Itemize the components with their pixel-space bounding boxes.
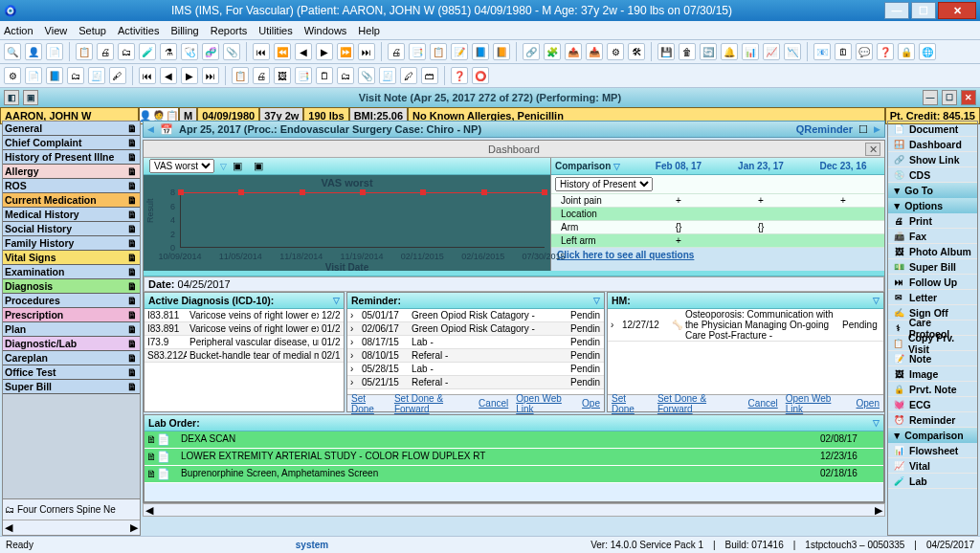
tb1-btn-37[interactable]: 🔔 xyxy=(721,43,738,60)
window-title: IMS (IMS, For Vascular) (Patient: AARON,… xyxy=(19,4,884,17)
tb1-btn-47[interactable]: 🌐 xyxy=(919,43,936,60)
tb2-btn-9[interactable]: ▶ xyxy=(181,67,198,84)
tb1-btn-7[interactable]: 🧪 xyxy=(139,43,156,60)
info-max[interactable]: ☐ xyxy=(942,90,957,105)
tb1-btn-35[interactable]: 🗑 xyxy=(679,43,696,60)
section-nav: General🗎Chief Complaint🗎History of Prese… xyxy=(2,121,141,124)
tb1-btn-39[interactable]: 📈 xyxy=(763,43,780,60)
visit-text: Apr 25, 2017 (Proc.: Endovascular Surger… xyxy=(179,123,481,124)
tb1-btn-0[interactable]: 🔍 xyxy=(4,43,21,60)
maximize-button[interactable]: ☐ xyxy=(911,2,936,19)
rnav-icon: 📄 xyxy=(892,122,905,125)
tb1-btn-8[interactable]: ⚗ xyxy=(160,43,177,60)
tb2-btn-12[interactable]: 📋 xyxy=(232,67,249,84)
menu-action[interactable]: Action xyxy=(4,25,33,36)
tb1-btn-34[interactable]: 💾 xyxy=(657,43,675,60)
rnav-document[interactable]: 📄Document xyxy=(888,122,977,124)
tb2-btn-23[interactable]: ❓ xyxy=(451,67,468,84)
tb1-btn-4[interactable]: 📋 xyxy=(76,43,93,60)
close-button[interactable]: ✕ xyxy=(938,2,976,19)
tb1-btn-22[interactable]: 📋 xyxy=(430,43,447,60)
tb1-btn-45[interactable]: ❓ xyxy=(877,43,894,60)
info-left-1[interactable]: ◧ xyxy=(4,90,19,105)
visit-checkbox[interactable]: ☐ xyxy=(858,123,868,125)
title-bar: 🧿 IMS (IMS, For Vascular) (Patient: AARO… xyxy=(0,0,980,21)
visit-info-text: Visit Note (Apr 25, 2017 272 of 272) (Pe… xyxy=(359,92,621,103)
tb2-btn-10[interactable]: ⏭ xyxy=(202,67,219,84)
menu-view[interactable]: View xyxy=(45,25,68,36)
tb1-btn-28[interactable]: 🧩 xyxy=(544,43,561,60)
tb1-btn-20[interactable]: 🖨 xyxy=(388,43,405,60)
tb1-btn-46[interactable]: 🔒 xyxy=(898,43,915,60)
tb1-btn-11[interactable]: 📎 xyxy=(223,43,240,60)
tb1-btn-6[interactable]: 🗂 xyxy=(118,43,135,60)
qreminder-link[interactable]: QReminder xyxy=(796,123,853,124)
tb2-btn-19[interactable]: 🧾 xyxy=(379,67,396,84)
tb2-btn-1[interactable]: 📄 xyxy=(25,67,42,84)
tb1-btn-25[interactable]: 📙 xyxy=(493,43,510,60)
tb1-btn-29[interactable]: 📤 xyxy=(565,43,582,60)
tb1-btn-31[interactable]: ⚙ xyxy=(607,43,624,60)
menu-help[interactable]: Help xyxy=(358,25,380,36)
tb2-btn-3[interactable]: 🗂 xyxy=(67,67,84,84)
tb2-btn-15[interactable]: 📑 xyxy=(295,67,312,84)
menu-bar: ActionViewSetupActivitiesBillingReportsU… xyxy=(0,21,980,40)
tb2-btn-13[interactable]: 🖨 xyxy=(253,67,270,84)
menu-windows[interactable]: Windows xyxy=(304,25,347,36)
tb1-btn-18[interactable]: ⏭ xyxy=(358,43,375,60)
tb2-btn-20[interactable]: 🖊 xyxy=(400,67,417,84)
menu-reports[interactable]: Reports xyxy=(211,25,248,36)
tb2-btn-4[interactable]: 🧾 xyxy=(88,67,105,84)
tb1-btn-16[interactable]: ▶ xyxy=(316,43,333,60)
tb1-btn-40[interactable]: 📉 xyxy=(784,43,801,60)
info-left-2[interactable]: ▣ xyxy=(23,90,38,105)
tb1-btn-2[interactable]: 📄 xyxy=(46,43,63,60)
visit-cal-icon[interactable]: 📅 xyxy=(160,123,173,125)
tb1-btn-42[interactable]: 📧 xyxy=(813,43,831,60)
tb1-btn-21[interactable]: 📑 xyxy=(409,43,426,60)
tb1-btn-9[interactable]: 🩺 xyxy=(181,43,198,60)
info-close[interactable]: ✕ xyxy=(961,90,976,105)
tb2-btn-5[interactable]: 🖋 xyxy=(109,67,126,84)
right-nav: 📄Document🪟Dashboard🔗Show Link💿CDS▼ Go To… xyxy=(887,121,978,124)
nav-general[interactable]: General🗎 xyxy=(3,122,140,124)
tb2-btn-24[interactable]: ⭕ xyxy=(472,67,489,84)
tb1-btn-27[interactable]: 🔗 xyxy=(523,43,540,60)
tb2-btn-8[interactable]: ◀ xyxy=(160,67,177,84)
tb1-btn-30[interactable]: 📥 xyxy=(586,43,603,60)
tb2-btn-21[interactable]: 🗃 xyxy=(421,67,438,84)
tb1-btn-36[interactable]: 🔄 xyxy=(700,43,717,60)
tb1-btn-5[interactable]: 🖨 xyxy=(97,43,114,60)
tb2-btn-18[interactable]: 📎 xyxy=(358,67,375,84)
menu-utilities[interactable]: Utilities xyxy=(258,25,292,36)
tb1-btn-14[interactable]: ⏪ xyxy=(274,43,291,60)
tb1-btn-15[interactable]: ◀ xyxy=(295,43,312,60)
tb1-btn-10[interactable]: 🧬 xyxy=(202,43,219,60)
nav-doc-icon: 🗎 xyxy=(127,122,138,124)
tb1-btn-38[interactable]: 📊 xyxy=(742,43,759,60)
tb2-btn-16[interactable]: 🗒 xyxy=(316,67,333,84)
minimize-button[interactable]: — xyxy=(884,2,909,19)
visit-info-bar: ◧ ▣ Visit Note (Apr 25, 2017 272 of 272)… xyxy=(0,88,980,107)
tb1-btn-23[interactable]: 📝 xyxy=(451,43,468,60)
info-min[interactable]: — xyxy=(923,90,938,105)
app-icon: 🧿 xyxy=(4,5,19,17)
visit-bar: ◀ 📅 Apr 25, 2017 (Proc.: Endovascular Su… xyxy=(143,121,885,124)
tb2-btn-0[interactable]: ⚙ xyxy=(4,67,21,84)
toolbar-2: ⚙📄📘🗂🧾🖋⏮◀▶⏭📋🖨🖼📑🗒🗂📎🧾🖊🗃❓⭕ xyxy=(0,64,980,88)
tb2-btn-17[interactable]: 🗂 xyxy=(337,67,354,84)
tb1-btn-32[interactable]: 🛠 xyxy=(628,43,645,60)
tb1-btn-43[interactable]: 🗓 xyxy=(835,43,852,60)
toolbar-1: 🔍👤📄📋🖨🗂🧪⚗🩺🧬📎⏮⏪◀▶⏩⏭🖨📑📋📝📘📙🔗🧩📤📥⚙🛠💾🗑🔄🔔📊📈📉📧🗓💬❓… xyxy=(0,40,980,64)
tb1-btn-1[interactable]: 👤 xyxy=(25,43,42,60)
tb2-btn-2[interactable]: 📘 xyxy=(46,67,63,84)
menu-setup[interactable]: Setup xyxy=(78,25,106,36)
tb1-btn-24[interactable]: 📘 xyxy=(472,43,489,60)
tb1-btn-13[interactable]: ⏮ xyxy=(253,43,270,60)
menu-activities[interactable]: Activities xyxy=(118,25,159,36)
tb1-btn-44[interactable]: 💬 xyxy=(856,43,873,60)
tb2-btn-14[interactable]: 🖼 xyxy=(274,67,291,84)
menu-billing[interactable]: Billing xyxy=(170,25,198,36)
tb1-btn-17[interactable]: ⏩ xyxy=(337,43,354,60)
tb2-btn-7[interactable]: ⏮ xyxy=(139,67,156,84)
